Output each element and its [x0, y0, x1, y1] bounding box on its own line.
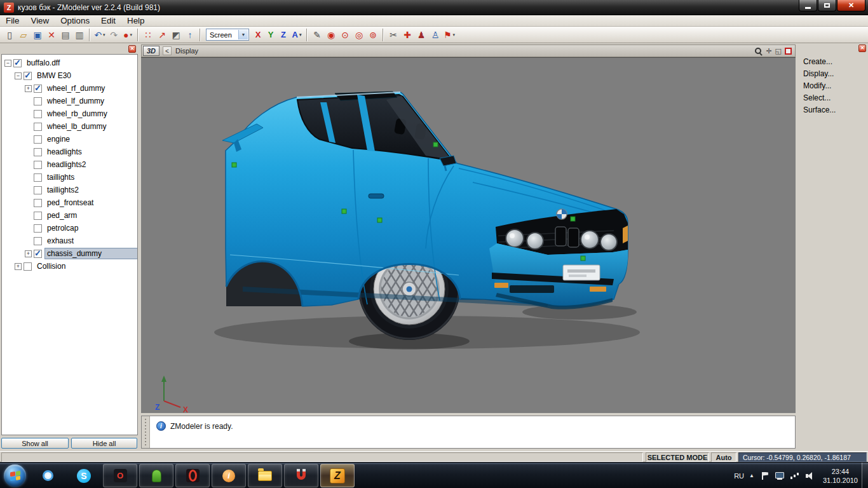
panel-close-icon[interactable]: ✕ [128, 45, 136, 53]
tree-item[interactable]: wheel_rb_dummy [2, 107, 137, 120]
close-button[interactable]: ✕ [837, 0, 865, 11]
maximize-view-icon[interactable]: ◱ [775, 47, 782, 55]
select-lasso-icon[interactable]: ⊚ [366, 28, 380, 42]
expand-toggle-icon[interactable] [4, 60, 11, 67]
tree-item[interactable]: taillights2 [2, 184, 137, 196]
visibility-checkbox[interactable] [34, 212, 42, 220]
panel-grip[interactable] [142, 416, 150, 448]
new-document-icon[interactable]: ▯ [3, 28, 17, 42]
taskbar-green-app-icon[interactable] [139, 464, 173, 487]
view-3d-tab[interactable]: 3D [143, 46, 159, 56]
zoom-icon[interactable] [754, 47, 763, 55]
edges-mode-icon[interactable]: ↗ [155, 28, 169, 42]
expand-toggle-icon[interactable] [25, 250, 32, 257]
flag-tool-icon[interactable]: ⚑ [442, 28, 456, 42]
layout-toggle-icon[interactable] [785, 48, 792, 55]
select-ring-icon[interactable]: ⊙ [338, 28, 352, 42]
material-sphere-icon[interactable]: ● [121, 28, 135, 42]
tree-item[interactable]: wheel_rf_dummy [2, 82, 137, 95]
ped-red-icon[interactable]: ♟ [414, 28, 428, 42]
import-icon[interactable]: ▤ [58, 28, 72, 42]
axis-a-button[interactable]: A [290, 28, 304, 42]
hide-all-button[interactable]: Hide all [71, 438, 137, 449]
pen-tool-icon[interactable]: ✎ [310, 28, 324, 42]
visibility-checkbox[interactable] [34, 237, 42, 245]
visibility-checkbox[interactable] [34, 85, 42, 93]
visibility-checkbox[interactable] [34, 135, 42, 144]
visibility-checkbox[interactable] [34, 173, 42, 182]
action-center-icon[interactable] [759, 471, 770, 481]
menu-item[interactable]: View [25, 15, 55, 26]
expand-toggle-icon[interactable] [25, 85, 32, 92]
minimize-button[interactable] [799, 0, 817, 11]
back-button[interactable]: < [163, 46, 172, 55]
tree-item[interactable]: ped_frontseat [2, 196, 137, 209]
screen-mode-select[interactable]: Screen ▼ [206, 29, 249, 41]
axis-x-button[interactable]: X [252, 29, 264, 41]
maximize-button[interactable] [818, 0, 836, 11]
panel-close-icon[interactable]: ✕ [858, 44, 866, 52]
pan-icon[interactable]: ✛ [766, 47, 771, 55]
viewport-canvas[interactable]: Z X [141, 57, 796, 413]
visibility-checkbox[interactable] [34, 186, 42, 194]
tree-item[interactable]: buffalo.dff [2, 57, 137, 69]
tree-item[interactable]: chassis_dummy [2, 247, 137, 260]
weld-tool-icon[interactable]: ✚ [400, 28, 414, 42]
tray-expand-icon[interactable]: ▲ [749, 473, 754, 478]
tree-item[interactable]: wheel_lb_dummy [2, 120, 137, 133]
redo-icon[interactable]: ↷ [107, 28, 121, 42]
start-button[interactable] [4, 464, 26, 487]
menu-item[interactable]: File [0, 15, 25, 26]
right-panel-item[interactable]: Select... [798, 92, 868, 104]
taskbar-magnet-app-icon[interactable] [284, 464, 318, 487]
axis-z-button[interactable]: Z [277, 29, 290, 41]
cut-tool-icon[interactable]: ✂ [386, 28, 400, 42]
tree-item[interactable]: Collision [2, 260, 137, 273]
right-panel-item[interactable]: Surface... [798, 104, 868, 116]
select-area-icon[interactable]: ◎ [352, 28, 366, 42]
right-panel-item[interactable]: Create... [798, 56, 868, 68]
tree-item[interactable]: ped_arm [2, 209, 137, 222]
visibility-checkbox[interactable] [34, 97, 42, 105]
vertices-mode-icon[interactable]: ∷ [141, 28, 155, 42]
visibility-checkbox[interactable] [34, 224, 42, 233]
taskbar-skype-icon[interactable] [67, 464, 101, 487]
export-icon[interactable]: ▥ [72, 28, 86, 42]
expand-toggle-icon[interactable] [15, 72, 22, 79]
undo-icon[interactable]: ↶ [93, 28, 107, 42]
language-indicator[interactable]: RU [734, 472, 744, 480]
faces-mode-icon[interactable]: ◩ [169, 28, 183, 42]
select-circle-icon[interactable]: ◉ [324, 28, 338, 42]
menu-item[interactable]: Edit [95, 15, 121, 26]
tree-item[interactable]: petrolcap [2, 222, 137, 234]
tree-item[interactable]: wheel_lf_dummy [2, 95, 137, 107]
visibility-checkbox[interactable] [34, 110, 42, 118]
network-tray-icon[interactable] [790, 471, 800, 481]
visibility-checkbox[interactable] [34, 123, 42, 131]
ped-blue-icon[interactable]: ♙ [428, 28, 442, 42]
menu-item[interactable]: Help [121, 15, 150, 26]
visibility-checkbox[interactable] [34, 161, 42, 169]
visibility-checkbox[interactable] [24, 72, 32, 80]
expand-toggle-icon[interactable] [15, 263, 22, 270]
open-folder-icon[interactable]: ▱ [17, 28, 31, 42]
visibility-checkbox[interactable] [24, 262, 32, 271]
visibility-checkbox[interactable] [34, 148, 42, 156]
tree-item[interactable]: taillights [2, 171, 137, 184]
normals-mode-icon[interactable]: ↑ [183, 28, 197, 42]
visibility-checkbox[interactable] [34, 250, 42, 258]
delete-icon[interactable]: ✕ [44, 28, 58, 42]
visibility-checkbox[interactable] [13, 59, 22, 67]
display-tray-icon[interactable] [775, 471, 785, 481]
taskbar-opera-icon[interactable] [103, 464, 137, 487]
right-panel-item[interactable]: Modify... [798, 80, 868, 92]
show-all-button[interactable]: Show all [1, 438, 69, 449]
save-icon[interactable]: ▣ [31, 28, 44, 42]
menu-item[interactable]: Options [55, 15, 95, 26]
tree-item[interactable]: BMW E30 [2, 69, 137, 82]
tree-item[interactable]: engine [2, 133, 137, 146]
taskbar-info-app-icon[interactable] [212, 464, 246, 487]
taskbar-media-app-icon[interactable] [175, 464, 210, 487]
volume-tray-icon[interactable] [805, 471, 815, 481]
right-panel-item[interactable]: Display... [798, 68, 868, 80]
